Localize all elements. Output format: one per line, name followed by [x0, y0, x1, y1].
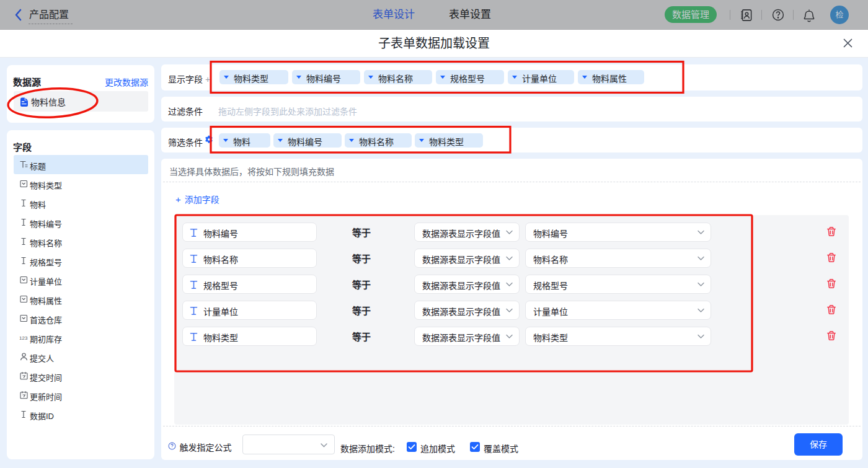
svg-text:123: 123 — [19, 335, 28, 341]
